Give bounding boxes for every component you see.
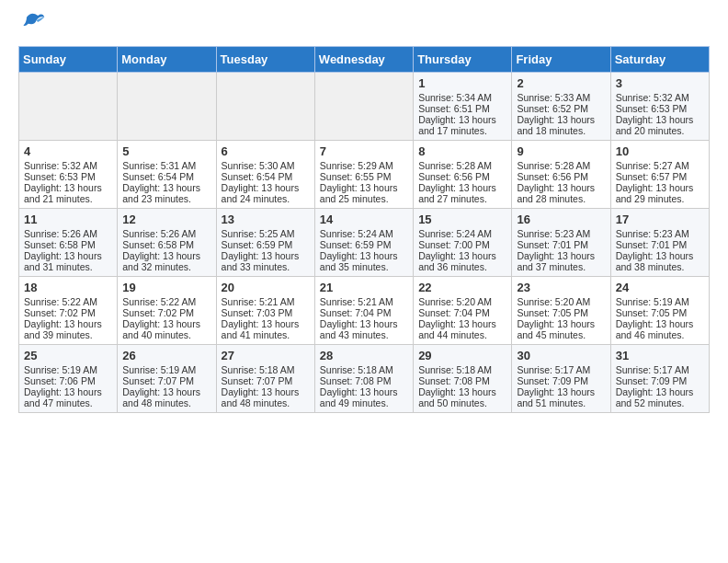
calendar-cell: 15Sunrise: 5:24 AMSunset: 7:00 PMDayligh…: [414, 209, 512, 277]
day-number: 26: [122, 349, 210, 362]
calendar-cell: 17Sunrise: 5:23 AMSunset: 7:01 PMDayligh…: [610, 209, 709, 277]
day-number: 9: [517, 144, 605, 158]
calendar-cell: 7Sunrise: 5:29 AMSunset: 6:55 PMDaylight…: [314, 141, 413, 209]
cell-info-line: Daylight: 13 hours: [222, 182, 310, 193]
cell-info-line: Sunset: 6:52 PM: [517, 103, 605, 114]
calendar-cell: [216, 73, 314, 141]
calendar-cell: 23Sunrise: 5:20 AMSunset: 7:05 PMDayligh…: [512, 277, 610, 345]
cell-info-line: Sunset: 6:59 PM: [222, 239, 310, 250]
cell-info-line: Daylight: 13 hours: [24, 182, 112, 193]
day-number: 23: [517, 281, 605, 294]
cell-info-line: Daylight: 13 hours: [24, 250, 112, 261]
cell-info-line: Sunrise: 5:26 AM: [24, 228, 112, 239]
cell-info-line: Daylight: 13 hours: [320, 386, 408, 397]
calendar-cell: 24Sunrise: 5:19 AMSunset: 7:05 PMDayligh…: [610, 277, 709, 345]
cell-info-line: Sunset: 7:02 PM: [24, 307, 112, 318]
page: SundayMondayTuesdayWednesdayThursdayFrid…: [0, 0, 728, 431]
cell-info-line: Sunset: 7:03 PM: [222, 307, 310, 318]
cell-info-line: Daylight: 13 hours: [517, 250, 605, 261]
cell-info-line: and 45 minutes.: [517, 329, 605, 340]
calendar-cell: 9Sunrise: 5:28 AMSunset: 6:56 PMDaylight…: [512, 141, 610, 209]
cell-info-line: Sunrise: 5:18 AM: [222, 364, 310, 375]
calendar-cell: [19, 73, 118, 141]
day-number: 10: [616, 144, 704, 158]
calendar-cell: 4Sunrise: 5:32 AMSunset: 6:53 PMDaylight…: [19, 141, 118, 209]
cell-info-line: Daylight: 13 hours: [222, 250, 310, 261]
cell-info-line: Sunset: 6:57 PM: [616, 171, 704, 182]
calendar-cell: 26Sunrise: 5:19 AMSunset: 7:07 PMDayligh…: [118, 345, 216, 413]
calendar-week-row: 25Sunrise: 5:19 AMSunset: 7:06 PMDayligh…: [19, 345, 710, 413]
cell-info-line: Daylight: 13 hours: [418, 114, 506, 125]
cell-info-line: Sunset: 6:55 PM: [320, 171, 408, 182]
cell-info-line: Sunrise: 5:25 AM: [222, 228, 310, 239]
cell-info-line: Sunrise: 5:28 AM: [418, 160, 506, 171]
cell-info-line: Daylight: 13 hours: [122, 250, 210, 261]
day-of-week-header: Tuesday: [216, 47, 314, 73]
cell-info-line: and 48 minutes.: [122, 397, 210, 408]
cell-info-line: and 17 minutes.: [418, 125, 506, 136]
day-number: 19: [122, 281, 210, 294]
cell-info-line: Sunset: 7:09 PM: [616, 375, 704, 386]
day-number: 24: [616, 281, 704, 294]
calendar-week-row: 4Sunrise: 5:32 AMSunset: 6:53 PMDaylight…: [19, 141, 710, 209]
cell-info-line: and 25 minutes.: [320, 193, 408, 204]
day-of-week-header: Thursday: [414, 47, 512, 73]
cell-info-line: and 24 minutes.: [222, 193, 310, 204]
cell-info-line: Sunrise: 5:27 AM: [616, 160, 704, 171]
cell-info-line: and 20 minutes.: [616, 125, 704, 136]
cell-info-line: Sunrise: 5:23 AM: [517, 228, 605, 239]
calendar-cell: [314, 73, 413, 141]
calendar-cell: 31Sunrise: 5:17 AMSunset: 7:09 PMDayligh…: [610, 345, 709, 413]
cell-info-line: Daylight: 13 hours: [418, 318, 506, 329]
cell-info-line: Sunset: 6:51 PM: [418, 103, 506, 114]
day-number: 14: [320, 213, 408, 226]
calendar-cell: 28Sunrise: 5:18 AMSunset: 7:08 PMDayligh…: [314, 345, 413, 413]
day-number: 5: [122, 144, 210, 158]
day-number: 27: [222, 349, 310, 362]
day-number: 11: [24, 213, 112, 226]
day-number: 21: [320, 281, 408, 294]
calendar-cell: 12Sunrise: 5:26 AMSunset: 6:58 PMDayligh…: [118, 209, 216, 277]
cell-info-line: Sunset: 7:05 PM: [616, 307, 704, 318]
cell-info-line: and 40 minutes.: [122, 329, 210, 340]
cell-info-line: Daylight: 13 hours: [320, 250, 408, 261]
day-number: 29: [418, 349, 506, 362]
day-number: 25: [24, 349, 112, 362]
cell-info-line: Sunrise: 5:22 AM: [24, 296, 112, 307]
day-number: 4: [24, 144, 112, 158]
cell-info-line: Daylight: 13 hours: [320, 182, 408, 193]
cell-info-line: Sunset: 6:58 PM: [24, 239, 112, 250]
cell-info-line: and 27 minutes.: [418, 193, 506, 204]
cell-info-line: Daylight: 13 hours: [24, 386, 112, 397]
calendar-cell: 16Sunrise: 5:23 AMSunset: 7:01 PMDayligh…: [512, 209, 610, 277]
cell-info-line: Sunset: 7:04 PM: [320, 307, 408, 318]
cell-info-line: Sunset: 6:56 PM: [517, 171, 605, 182]
cell-info-line: and 23 minutes.: [122, 193, 210, 204]
cell-info-line: Sunset: 7:04 PM: [418, 307, 506, 318]
cell-info-line: and 39 minutes.: [24, 329, 112, 340]
header: [18, 15, 710, 35]
cell-info-line: Sunrise: 5:32 AM: [616, 92, 704, 103]
cell-info-line: Daylight: 13 hours: [517, 386, 605, 397]
cell-info-line: and 31 minutes.: [24, 261, 112, 272]
day-number: 20: [222, 281, 310, 294]
calendar-cell: 8Sunrise: 5:28 AMSunset: 6:56 PMDaylight…: [414, 141, 512, 209]
cell-info-line: Sunrise: 5:21 AM: [222, 296, 310, 307]
calendar-cell: 1Sunrise: 5:34 AMSunset: 6:51 PMDaylight…: [414, 73, 512, 141]
day-of-week-header: Monday: [118, 47, 216, 73]
day-number: 13: [222, 213, 310, 226]
cell-info-line: Sunset: 7:08 PM: [418, 375, 506, 386]
day-number: 31: [616, 349, 704, 362]
day-number: 8: [418, 144, 506, 158]
cell-info-line: Sunset: 7:02 PM: [122, 307, 210, 318]
calendar-header-row: SundayMondayTuesdayWednesdayThursdayFrid…: [19, 47, 710, 73]
cell-info-line: Daylight: 13 hours: [418, 182, 506, 193]
cell-info-line: and 38 minutes.: [616, 261, 704, 272]
cell-info-line: and 33 minutes.: [222, 261, 310, 272]
cell-info-line: Sunrise: 5:17 AM: [517, 364, 605, 375]
day-number: 12: [122, 213, 210, 226]
cell-info-line: and 46 minutes.: [616, 329, 704, 340]
cell-info-line: Sunrise: 5:19 AM: [616, 296, 704, 307]
cell-info-line: and 50 minutes.: [418, 397, 506, 408]
cell-info-line: Daylight: 13 hours: [517, 114, 605, 125]
